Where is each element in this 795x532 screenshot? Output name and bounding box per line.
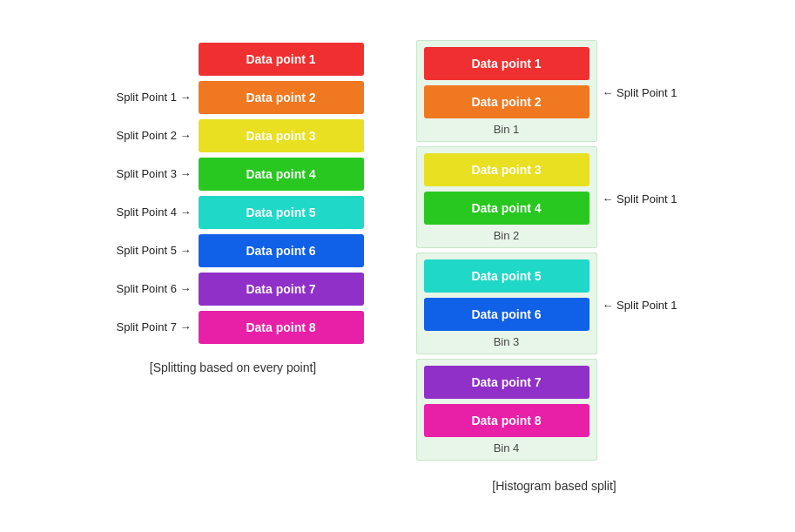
right-split-point-label: ← Split Point 1 [597,86,693,99]
right-data-bar: Data point 5 [424,259,590,293]
left-data-row: Split Point 1 →Data point 2 [103,78,364,117]
data-bar: Data point 4 [199,158,364,191]
split-point-label: Split Point 1 → [103,91,199,104]
bin-label: Bin 3 [424,335,590,348]
main-container: Data point 1Split Point 1 →Data point 2S… [77,23,719,510]
split-point-label: Split Point 5 → [103,244,199,257]
left-data-row: Split Point 4 →Data point 5 [103,193,364,232]
split-point-label: Split Point 4 → [103,205,199,219]
data-bar: Data point 3 [199,119,364,152]
bin-label: Bin 4 [424,441,590,455]
split-point-label: Split Point 3 → [103,167,199,180]
right-data-bar: Data point 6 [424,298,590,331]
right-data-bar: Data point 2 [424,85,590,118]
data-bar: Data point 2 [199,81,364,114]
right-bin-row: Data point 3Data point 4Bin 2← Split Poi… [416,146,693,253]
bin-label: Bin 2 [424,229,590,242]
left-rows: Data point 1Split Point 1 →Data point 2S… [103,40,364,347]
right-bin-row: Data point 1Data point 2Bin 1← Split Poi… [416,40,693,146]
split-point-label: Split Point 2 → [103,129,199,142]
right-bin-row: Data point 5Data point 6Bin 3← Split Poi… [416,253,693,359]
right-data-bar: Data point 3 [424,153,590,186]
left-data-row: Split Point 7 →Data point 8 [103,308,364,347]
right-panel: Data point 1Data point 2Bin 1← Split Poi… [416,40,693,493]
right-bins: Data point 1Data point 2Bin 1← Split Poi… [416,40,693,465]
data-bar: Data point 6 [199,234,364,267]
right-data-bar: Data point 1 [424,47,590,80]
right-data-bar: Data point 4 [424,192,590,225]
split-point-label: Split Point 7 → [103,320,199,333]
bin-4: Data point 7Data point 8Bin 4 [416,359,597,461]
data-bar: Data point 8 [199,311,364,344]
right-data-bar: Data point 8 [424,404,590,437]
right-bin-row: Data point 7Data point 8Bin 4 [416,359,693,465]
left-data-row: Split Point 3 →Data point 4 [103,155,364,193]
right-split-point-label: ← Split Point 1 [597,192,693,205]
right-split-point-label: ← Split Point 1 [597,299,693,312]
bin-2: Data point 3Data point 4Bin 2 [416,146,597,248]
bin-label: Bin 1 [424,123,590,136]
data-bar: Data point 7 [199,273,364,306]
left-panel: Data point 1Split Point 1 →Data point 2S… [103,40,364,374]
left-data-row: Split Point 2 →Data point 3 [103,117,364,155]
left-data-row: Split Point 6 →Data point 7 [103,270,364,308]
left-data-row: Data point 1 [103,40,364,78]
data-bar: Data point 1 [199,43,364,76]
bin-1: Data point 1Data point 2Bin 1 [416,40,597,142]
data-bar: Data point 5 [199,196,364,229]
left-data-row: Split Point 5 →Data point 6 [103,232,364,270]
split-point-label: Split Point 6 → [103,282,199,295]
right-data-bar: Data point 7 [424,366,590,399]
left-caption: [Splitting based on every point] [103,360,364,374]
right-caption: [Histogram based split] [416,479,693,493]
bin-3: Data point 5Data point 6Bin 3 [416,253,597,354]
